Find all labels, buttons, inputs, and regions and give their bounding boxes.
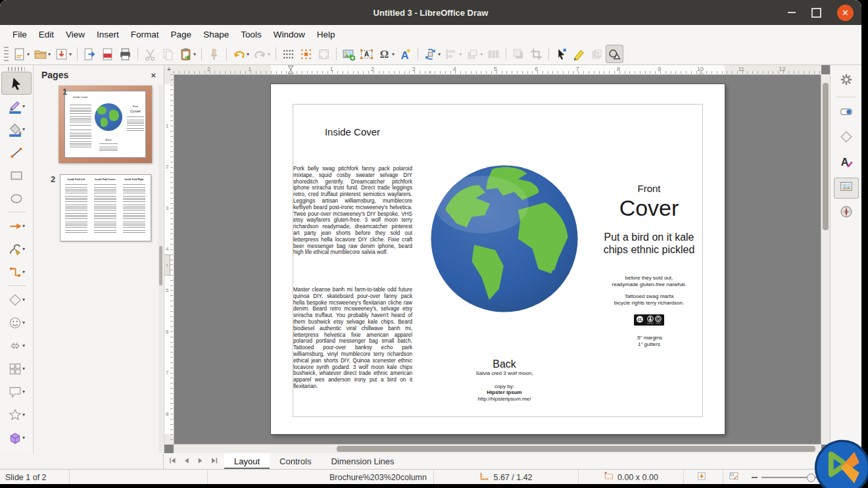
basic-shapes-button[interactable]: ▾ — [1, 288, 32, 311]
menu-tools[interactable]: Tools — [235, 27, 268, 42]
cut-button[interactable] — [141, 45, 159, 63]
line-color-button[interactable]: ▾ — [1, 95, 32, 118]
horizontal-scrollbar[interactable] — [174, 444, 821, 453]
line-button[interactable] — [1, 141, 32, 164]
toolbar-drag-handle[interactable] — [4, 47, 9, 61]
pages-scrollbar[interactable] — [158, 85, 163, 453]
arrange-button[interactable]: ▾ — [464, 45, 485, 63]
symbol-shapes-button[interactable]: ▾ — [1, 311, 32, 334]
dropdown-arrow-icon[interactable]: ▾ — [193, 51, 196, 57]
fit-slide-icon[interactable] — [729, 471, 742, 483]
drawbar-drag-handle[interactable] — [8, 67, 25, 71]
gluepoint-functions-button[interactable] — [570, 45, 588, 63]
special-character-button[interactable]: Ω▾ — [375, 45, 397, 63]
menu-page[interactable]: Page — [165, 27, 198, 42]
last-page-button[interactable] — [209, 456, 220, 466]
page-thumbnail-2[interactable]: Inside Fold Left Inside Fold Center Insi… — [60, 174, 151, 241]
menu-edit[interactable]: Edit — [33, 27, 60, 42]
rectangle-button[interactable] — [1, 164, 32, 187]
toggle-extrusion-button[interactable] — [588, 45, 606, 63]
new-document-button[interactable]: ▾ — [11, 45, 32, 63]
dropdown-arrow-icon[interactable]: ▾ — [438, 51, 441, 57]
zoom-out-icon[interactable] — [752, 477, 758, 478]
dropdown-arrow-icon[interactable]: ▾ — [268, 51, 270, 57]
stars-and-banners-button[interactable]: ▾ — [1, 403, 32, 426]
document-modified-icon[interactable] — [696, 471, 710, 483]
helplines-while-moving-button[interactable] — [315, 45, 333, 63]
copy-button[interactable] — [159, 45, 177, 63]
fill-color-button[interactable]: ▾ — [1, 118, 32, 141]
dropdown-arrow-icon[interactable]: ▾ — [22, 320, 25, 326]
slide-page[interactable]: Inside Cover Pork belly swag pitchfork f… — [271, 84, 725, 434]
dropdown-arrow-icon[interactable]: ▾ — [22, 389, 25, 395]
dropdown-arrow-icon[interactable]: ▾ — [22, 103, 25, 109]
insert-text-box-button[interactable]: A — [358, 45, 375, 63]
select-button[interactable] — [1, 72, 32, 95]
export-pdf-button[interactable] — [99, 45, 116, 63]
redo-button[interactable]: ▾ — [251, 45, 272, 63]
shapes-deck-button[interactable] — [834, 128, 859, 149]
callouts-button[interactable]: ▾ — [1, 380, 32, 403]
show-draw-functions-button[interactable] — [606, 45, 623, 63]
tab-dimension-lines[interactable]: Dimension Lines — [321, 453, 404, 469]
dropdown-arrow-icon[interactable]: ▾ — [27, 51, 30, 57]
menu-format[interactable]: Format — [125, 27, 165, 42]
gallery-deck-button[interactable] — [834, 178, 859, 199]
previous-page-button[interactable] — [181, 456, 193, 466]
transformations-button[interactable]: ▾ — [422, 45, 443, 63]
back-text-block[interactable]: Back Salvia cred 3 wolf moon, copy by: H… — [429, 358, 580, 402]
export-button[interactable] — [81, 45, 99, 63]
snap-to-grid-button[interactable] — [297, 45, 315, 63]
dropdown-arrow-icon[interactable]: ▾ — [22, 269, 25, 275]
front-cover-block[interactable]: Front Cover Put a bird on it kale chips … — [594, 183, 704, 347]
connectors-button[interactable]: ▾ — [1, 260, 32, 283]
next-page-button[interactable] — [195, 456, 206, 466]
menu-file[interactable]: File — [7, 27, 33, 42]
edit-points-button[interactable] — [552, 45, 570, 63]
dropdown-arrow-icon[interactable]: ▾ — [22, 223, 25, 229]
tab-controls[interactable]: Controls — [270, 453, 321, 469]
inside-cover-paragraph-2[interactable]: Master cleanse banh mi farm-to-table odd… — [293, 287, 412, 390]
print-button[interactable] — [116, 45, 134, 63]
lines-and-arrows-button[interactable]: ▾ — [1, 214, 32, 237]
save-button[interactable]: ▾ — [53, 45, 74, 63]
close-button[interactable]: ✕ — [837, 5, 854, 21]
close-icon[interactable]: × — [151, 70, 156, 80]
insert-image-button[interactable] — [340, 45, 358, 63]
dropdown-arrow-icon[interactable]: ▾ — [459, 51, 462, 57]
dropdown-arrow-icon[interactable]: ▾ — [22, 412, 25, 418]
first-page-button[interactable] — [168, 456, 179, 466]
dropdown-arrow-icon[interactable]: ▾ — [247, 51, 249, 57]
curves-and-polygons-button[interactable]: ▾ — [1, 237, 32, 260]
page-thumbnail-1[interactable]: Inside Cover Front Cover Back — [59, 85, 152, 163]
3d-objects-button[interactable]: ▾ — [1, 426, 32, 449]
flowchart-button[interactable]: ▾ — [1, 357, 32, 380]
clone-formatting-button[interactable] — [205, 45, 223, 63]
menu-shape[interactable]: Shape — [197, 27, 235, 42]
fontwork-button[interactable]: A — [397, 45, 414, 63]
tab-layout[interactable]: Layout — [224, 453, 270, 469]
vertical-scrollbar[interactable] — [821, 74, 830, 445]
horizontal-ruler[interactable]: 21123456789101112 — [174, 65, 821, 75]
open-button[interactable]: ▾ — [32, 45, 53, 63]
styles-deck-button[interactable]: A — [834, 153, 859, 174]
ellipse-button[interactable] — [1, 187, 32, 210]
canvas[interactable]: + 21123456789101112 12345678 Inside Cove… — [164, 65, 830, 453]
dropdown-arrow-icon[interactable]: ▾ — [48, 51, 51, 57]
shadow-button[interactable] — [510, 45, 527, 63]
paste-button[interactable]: ▾ — [177, 45, 198, 63]
block-arrows-button[interactable]: ▾ — [1, 334, 32, 357]
menu-window[interactable]: Window — [268, 27, 311, 42]
crop-image-button[interactable] — [527, 45, 545, 63]
properties-deck-button[interactable] — [834, 103, 859, 124]
undo-button[interactable]: ▾ — [230, 45, 251, 63]
menu-view[interactable]: View — [60, 27, 91, 42]
minimize-button[interactable] — [788, 12, 796, 13]
inside-cover-heading[interactable]: Inside Cover — [293, 126, 412, 137]
dropdown-arrow-icon[interactable]: ▾ — [392, 51, 395, 57]
menu-help[interactable]: Help — [311, 27, 341, 42]
dropdown-arrow-icon[interactable]: ▾ — [69, 51, 72, 57]
dropdown-arrow-icon[interactable]: ▾ — [22, 366, 25, 372]
display-grid-button[interactable] — [279, 45, 297, 63]
inside-cover-paragraph-1[interactable]: Pork belly swag pitchfork fanny pack pol… — [293, 166, 412, 256]
